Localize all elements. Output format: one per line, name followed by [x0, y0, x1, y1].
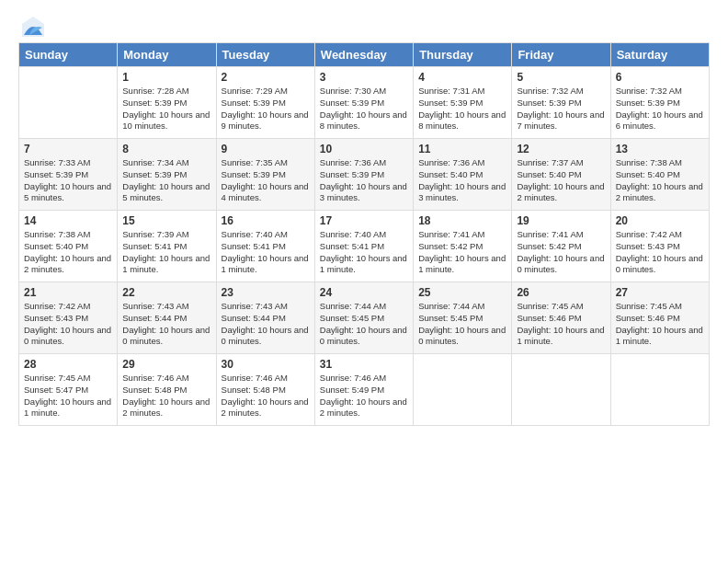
calendar-cell: 25Sunrise: 7:44 AMSunset: 5:45 PMDayligh… [414, 282, 512, 354]
day-number: 19 [517, 214, 605, 227]
day-number: 18 [418, 214, 506, 227]
calendar-cell: 28Sunrise: 7:45 AMSunset: 5:47 PMDayligh… [19, 354, 118, 426]
calendar-cell: 9Sunrise: 7:35 AMSunset: 5:39 PMDaylight… [216, 139, 314, 211]
day-number: 12 [517, 143, 605, 155]
day-number: 30 [222, 358, 310, 371]
calendar-cell: 20Sunrise: 7:42 AMSunset: 5:43 PMDayligh… [610, 211, 709, 282]
day-info: Sunrise: 7:46 AMSunset: 5:49 PMDaylight:… [320, 373, 407, 418]
header-saturday: Saturday [610, 43, 709, 67]
day-number: 20 [616, 214, 704, 227]
calendar-cell: 5Sunrise: 7:32 AMSunset: 5:39 PMDaylight… [512, 67, 610, 139]
calendar-cell: 1Sunrise: 7:28 AMSunset: 5:39 PMDaylight… [118, 67, 216, 139]
day-number: 31 [320, 358, 408, 371]
header-row [18, 15, 710, 35]
calendar-cell: 10Sunrise: 7:36 AMSunset: 5:39 PMDayligh… [314, 139, 413, 211]
calendar-cell: 22Sunrise: 7:43 AMSunset: 5:44 PMDayligh… [118, 282, 216, 354]
calendar-cell: 11Sunrise: 7:36 AMSunset: 5:40 PMDayligh… [414, 139, 512, 211]
calendar-cell: 6Sunrise: 7:32 AMSunset: 5:39 PMDaylight… [610, 67, 709, 139]
day-info: Sunrise: 7:46 AMSunset: 5:48 PMDaylight:… [222, 373, 309, 418]
calendar-cell: 29Sunrise: 7:46 AMSunset: 5:48 PMDayligh… [118, 354, 216, 426]
calendar-cell [512, 354, 610, 426]
calendar-cell: 18Sunrise: 7:41 AMSunset: 5:42 PMDayligh… [414, 211, 512, 282]
calendar-cell: 3Sunrise: 7:30 AMSunset: 5:39 PMDaylight… [314, 67, 413, 139]
calendar-container: SundayMondayTuesdayWednesdayThursdayFrid… [0, 0, 728, 563]
day-info: Sunrise: 7:32 AMSunset: 5:39 PMDaylight:… [517, 86, 604, 131]
calendar-table: SundayMondayTuesdayWednesdayThursdayFrid… [18, 42, 710, 426]
calendar-cell: 23Sunrise: 7:43 AMSunset: 5:44 PMDayligh… [216, 282, 314, 354]
day-info: Sunrise: 7:32 AMSunset: 5:39 PMDaylight:… [616, 86, 703, 131]
calendar-cell: 2Sunrise: 7:29 AMSunset: 5:39 PMDaylight… [216, 67, 314, 139]
header-thursday: Thursday [414, 43, 512, 67]
day-number: 9 [222, 143, 310, 155]
day-info: Sunrise: 7:45 AMSunset: 5:46 PMDaylight:… [616, 301, 703, 346]
day-number: 23 [222, 286, 310, 299]
calendar-cell: 27Sunrise: 7:45 AMSunset: 5:46 PMDayligh… [610, 282, 709, 354]
calendar-cell [610, 354, 709, 426]
calendar-cell: 12Sunrise: 7:37 AMSunset: 5:40 PMDayligh… [512, 139, 610, 211]
day-info: Sunrise: 7:39 AMSunset: 5:41 PMDaylight:… [122, 229, 210, 274]
calendar-cell: 30Sunrise: 7:46 AMSunset: 5:48 PMDayligh… [216, 354, 314, 426]
calendar-week-4: 21Sunrise: 7:42 AMSunset: 5:43 PMDayligh… [19, 282, 710, 354]
calendar-week-2: 7Sunrise: 7:33 AMSunset: 5:39 PMDaylight… [19, 139, 710, 211]
calendar-week-1: 1Sunrise: 7:28 AMSunset: 5:39 PMDaylight… [19, 67, 710, 139]
calendar-cell: 14Sunrise: 7:38 AMSunset: 5:40 PMDayligh… [19, 211, 118, 282]
day-info: Sunrise: 7:41 AMSunset: 5:42 PMDaylight:… [418, 229, 506, 274]
day-number: 27 [616, 286, 704, 299]
calendar-cell: 8Sunrise: 7:34 AMSunset: 5:39 PMDaylight… [118, 139, 216, 211]
calendar-cell: 7Sunrise: 7:33 AMSunset: 5:39 PMDaylight… [19, 139, 118, 211]
day-info: Sunrise: 7:46 AMSunset: 5:48 PMDaylight:… [122, 373, 210, 418]
day-number: 29 [122, 358, 210, 371]
calendar-cell: 24Sunrise: 7:44 AMSunset: 5:45 PMDayligh… [314, 282, 413, 354]
day-number: 26 [517, 286, 605, 299]
day-number: 3 [320, 71, 408, 84]
day-number: 21 [24, 286, 112, 299]
day-number: 1 [122, 71, 210, 84]
day-number: 8 [122, 143, 210, 155]
day-number: 7 [24, 143, 112, 155]
day-info: Sunrise: 7:42 AMSunset: 5:43 PMDaylight:… [616, 229, 703, 274]
day-number: 14 [24, 214, 112, 227]
day-info: Sunrise: 7:44 AMSunset: 5:45 PMDaylight:… [418, 301, 506, 346]
day-number: 5 [517, 71, 605, 84]
day-number: 28 [24, 358, 112, 371]
day-info: Sunrise: 7:44 AMSunset: 5:45 PMDaylight:… [320, 301, 407, 346]
day-info: Sunrise: 7:45 AMSunset: 5:46 PMDaylight:… [517, 301, 604, 346]
day-number: 2 [222, 71, 310, 84]
day-number: 13 [616, 143, 704, 155]
header-wednesday: Wednesday [314, 43, 413, 67]
day-info: Sunrise: 7:36 AMSunset: 5:39 PMDaylight:… [320, 157, 407, 202]
day-info: Sunrise: 7:35 AMSunset: 5:39 PMDaylight:… [222, 157, 309, 202]
logo [18, 15, 46, 35]
day-info: Sunrise: 7:43 AMSunset: 5:44 PMDaylight:… [122, 301, 210, 346]
calendar-cell [19, 67, 118, 139]
day-info: Sunrise: 7:42 AMSunset: 5:43 PMDaylight:… [24, 301, 111, 346]
day-info: Sunrise: 7:43 AMSunset: 5:44 PMDaylight:… [222, 301, 309, 346]
day-info: Sunrise: 7:28 AMSunset: 5:39 PMDaylight:… [122, 86, 210, 131]
header-tuesday: Tuesday [216, 43, 314, 67]
day-info: Sunrise: 7:40 AMSunset: 5:41 PMDaylight:… [222, 229, 309, 274]
day-info: Sunrise: 7:41 AMSunset: 5:42 PMDaylight:… [517, 229, 604, 274]
calendar-header-row: SundayMondayTuesdayWednesdayThursdayFrid… [19, 43, 710, 67]
day-info: Sunrise: 7:38 AMSunset: 5:40 PMDaylight:… [24, 229, 111, 274]
calendar-cell: 4Sunrise: 7:31 AMSunset: 5:39 PMDaylight… [414, 67, 512, 139]
calendar-cell: 13Sunrise: 7:38 AMSunset: 5:40 PMDayligh… [610, 139, 709, 211]
day-info: Sunrise: 7:38 AMSunset: 5:40 PMDaylight:… [616, 157, 703, 202]
day-info: Sunrise: 7:30 AMSunset: 5:39 PMDaylight:… [320, 86, 407, 131]
calendar-week-3: 14Sunrise: 7:38 AMSunset: 5:40 PMDayligh… [19, 211, 710, 282]
calendar-cell: 26Sunrise: 7:45 AMSunset: 5:46 PMDayligh… [512, 282, 610, 354]
day-number: 22 [122, 286, 210, 299]
day-info: Sunrise: 7:34 AMSunset: 5:39 PMDaylight:… [122, 157, 210, 202]
day-number: 6 [616, 71, 704, 84]
calendar-cell: 15Sunrise: 7:39 AMSunset: 5:41 PMDayligh… [118, 211, 216, 282]
day-info: Sunrise: 7:36 AMSunset: 5:40 PMDaylight:… [418, 157, 506, 202]
day-number: 15 [122, 214, 210, 227]
calendar-cell: 31Sunrise: 7:46 AMSunset: 5:49 PMDayligh… [314, 354, 413, 426]
day-number: 4 [418, 71, 506, 84]
calendar-cell: 17Sunrise: 7:40 AMSunset: 5:41 PMDayligh… [314, 211, 413, 282]
day-number: 16 [222, 214, 310, 227]
day-info: Sunrise: 7:29 AMSunset: 5:39 PMDaylight:… [222, 86, 309, 131]
header-friday: Friday [512, 43, 610, 67]
day-info: Sunrise: 7:33 AMSunset: 5:39 PMDaylight:… [24, 157, 111, 202]
day-info: Sunrise: 7:40 AMSunset: 5:41 PMDaylight:… [320, 229, 407, 274]
logo-icon [20, 15, 46, 40]
